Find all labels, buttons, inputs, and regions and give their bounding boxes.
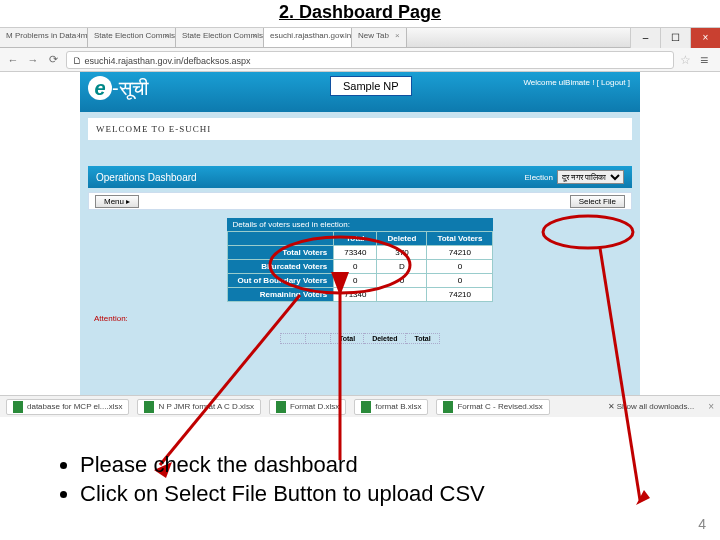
browser-tab[interactable]: ×New Tab <box>352 28 407 47</box>
reload-icon[interactable]: ⟳ <box>46 53 60 67</box>
mini-summary-table: TotalDeletedTotal <box>280 333 439 344</box>
welcome-strip: WELCOME TO E-SUCHI <box>88 118 632 140</box>
voter-details-table: Details of voters used in election: Tota… <box>227 218 494 302</box>
show-all-downloads-link[interactable]: ✕ Show all downloads... <box>608 402 695 411</box>
window-maximize-button[interactable]: ☐ <box>660 28 690 48</box>
browser-tab[interactable]: ×State Election Commissio <box>88 28 176 47</box>
browser-tabstrip: ×M Problems in Data Import ×State Electi… <box>0 28 720 48</box>
app-header: e-सूची Welcome ulBimate ! [ Logout ] Sam… <box>80 72 640 112</box>
menu-button[interactable]: Menu ▸ <box>95 195 139 208</box>
logo-e-icon: e <box>88 76 112 100</box>
browser-tab[interactable]: ×State Election Commissio <box>176 28 264 47</box>
bullet-item: Please check the dashboard <box>80 452 485 478</box>
file-icon <box>443 401 453 413</box>
table-row: Remaining Voters7134074210 <box>227 288 493 302</box>
header-user-info[interactable]: Welcome ulBimate ! [ Logout ] <box>523 78 630 87</box>
page-container: e-सूची Welcome ulBimate ! [ Logout ] Sam… <box>80 72 640 395</box>
download-item[interactable]: Format C - Revised.xlsx <box>436 399 549 415</box>
svg-marker-7 <box>636 490 650 505</box>
slide-number: 4 <box>698 516 706 532</box>
file-icon <box>276 401 286 413</box>
download-item[interactable]: format B.xlsx <box>354 399 428 415</box>
browser-viewport: e-सूची Welcome ulBimate ! [ Logout ] Sam… <box>0 72 720 395</box>
nav-back-icon[interactable]: ← <box>6 53 20 67</box>
browser-tab[interactable]: ×M Problems in Data Import <box>0 28 88 47</box>
ops-title: Operations Dashboard <box>96 172 197 183</box>
url-input[interactable]: 🗋 esuchi4.rajasthan.gov.in/defbacksos.as… <box>66 51 674 69</box>
table-header: Deleted <box>377 232 427 246</box>
download-item[interactable]: N P JMR format A C D.xlsx <box>137 399 260 415</box>
app-logo: e-सूची <box>88 76 149 100</box>
table-header: Total Voters <box>427 232 493 246</box>
table-header: Total <box>334 232 377 246</box>
menu-row: Menu ▸ Select File <box>88 192 632 210</box>
table-row: Out of Boundary Voters000 <box>227 274 493 288</box>
window-close-button[interactable]: × <box>690 28 720 48</box>
table-header <box>227 232 334 246</box>
operations-bar: Operations Dashboard Election दूर नगर पा… <box>88 166 632 188</box>
select-file-button[interactable]: Select File <box>570 195 625 208</box>
download-shelf: database for MCP el....xlsx N P JMR form… <box>0 395 720 417</box>
table-caption: Details of voters used in election: <box>227 218 494 231</box>
browser-tab-active[interactable]: ×esuchi.rajasthan.gov.in/ <box>264 28 352 47</box>
election-dropdown[interactable]: दूर नगर पालिका <box>557 170 624 184</box>
close-icon[interactable]: × <box>395 31 400 40</box>
slide-title: 2. Dashboard Page <box>0 0 720 27</box>
instruction-bullets: Please check the dashboard Click on Sele… <box>60 449 485 510</box>
attention-label: Attention: <box>94 314 640 323</box>
bullet-item: Click on Select File Button to upload CS… <box>80 481 485 507</box>
address-bar: ← → ⟳ 🗋 esuchi4.rajasthan.gov.in/defback… <box>0 48 720 72</box>
file-icon <box>144 401 154 413</box>
sample-np-callout: Sample NP <box>330 76 412 96</box>
election-selector: Election दूर नगर पालिका <box>525 170 624 184</box>
window-minimize-button[interactable]: – <box>630 28 660 48</box>
file-icon <box>361 401 371 413</box>
menu-icon[interactable]: ≡ <box>700 52 714 68</box>
table-row: Total Voters7334037074210 <box>227 246 493 260</box>
screenshot: ×M Problems in Data Import ×State Electi… <box>0 27 720 417</box>
table-row: Bifurcated Voters0D0 <box>227 260 493 274</box>
download-item[interactable]: Format D.xlsx <box>269 399 346 415</box>
nav-forward-icon[interactable]: → <box>26 53 40 67</box>
file-icon <box>13 401 23 413</box>
bookmark-star-icon[interactable]: ☆ <box>680 53 694 67</box>
close-shelf-icon[interactable]: × <box>708 401 714 412</box>
download-item[interactable]: database for MCP el....xlsx <box>6 399 129 415</box>
